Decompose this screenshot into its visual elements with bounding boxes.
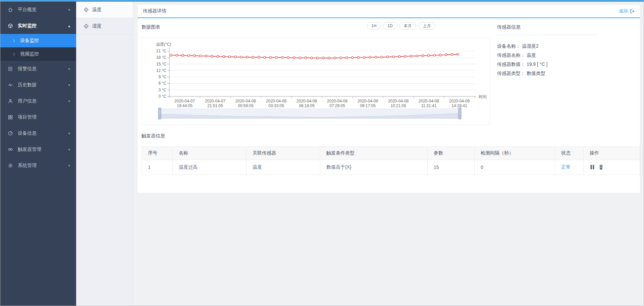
svg-text:0 °C: 0 °C — [159, 94, 167, 99]
info-label: 传感器名称： — [497, 52, 525, 58]
app-window: 平台概览▾实时监控▴设备监控视频监控报警信息▾历史数据▾用户信息▾项目管理设备信… — [0, 0, 644, 306]
main-sidebar: 平台概览▾实时监控▴设备监控视频监控报警信息▾历史数据▾用户信息▾项目管理设备信… — [0, 2, 76, 306]
table-header-cell: 操作 — [584, 147, 640, 160]
trigger-section-title: 触发器信息 — [142, 133, 165, 139]
range-button-3[interactable]: 上月 — [419, 22, 435, 30]
svg-text:2020-04-07: 2020-04-07 — [174, 99, 195, 103]
sidebar-item-5[interactable]: 历史数据▾ — [0, 77, 76, 93]
sidebar-item-label: 项目管理 — [18, 114, 37, 120]
table-header-cell: 触发条件类型 — [320, 147, 428, 160]
table-header-cell: 名称 — [173, 147, 247, 160]
table-cell: 温度 — [247, 160, 320, 175]
target-sensor-icon — [84, 24, 89, 29]
svg-text:10:21:05: 10:21:05 — [390, 103, 406, 108]
table-cell: 1 — [142, 160, 173, 175]
sidebar-item-7[interactable]: 项目管理 — [0, 109, 76, 125]
sidebar-item-label: 实时监控 — [18, 23, 37, 29]
range-button-2[interactable]: 本月 — [399, 22, 416, 30]
link-rings-icon — [8, 147, 13, 152]
back-button[interactable]: 返回 — [619, 8, 635, 14]
svg-text:6 °C: 6 °C — [159, 81, 167, 86]
sidebar-item-label: 平台概览 — [18, 7, 37, 13]
status-badge[interactable]: 正常 — [561, 164, 571, 170]
sidebar-item-10[interactable]: 系统管理▾ — [0, 158, 76, 174]
sidebar-item-4[interactable]: 报警信息▾ — [0, 61, 76, 77]
pause-icon[interactable] — [590, 164, 596, 170]
svg-text:2020-04-08: 2020-04-08 — [388, 99, 409, 103]
sidebar-item-2[interactable]: 设备监控 — [0, 34, 76, 47]
user-icon — [8, 98, 13, 104]
table-header-cell: 参数 — [428, 147, 475, 160]
home-icon — [8, 7, 13, 12]
top-accent-bar — [0, 0, 644, 2]
svg-text:2020-04-08: 2020-04-08 — [449, 99, 470, 103]
table-header-cell: 序号 — [142, 147, 173, 160]
actions-cell — [584, 160, 640, 175]
sidebar-item-0[interactable]: 平台概览▾ — [0, 2, 76, 18]
svg-text:12 °C: 12 °C — [156, 68, 166, 73]
range-button-0[interactable]: 1H — [367, 22, 381, 30]
svg-text:09:17:05: 09:17:05 — [360, 103, 376, 108]
sidebar-item-6[interactable]: 用户信息▾ — [0, 93, 76, 109]
caret-up-icon: ▴ — [68, 24, 70, 28]
svg-text:2020-04-07: 2020-04-07 — [205, 99, 226, 103]
sensor-list-item-1[interactable]: 湿度 — [76, 18, 133, 35]
svg-text:15 °C: 15 °C — [156, 62, 166, 67]
info-value: 19.9 [ °C ] — [527, 61, 547, 67]
range-button-1[interactable]: 1D — [383, 22, 397, 30]
status-cell: 正常 — [555, 160, 584, 175]
sidebar-item-8[interactable]: 设备信息▾ — [0, 125, 76, 141]
project-grid-icon — [8, 115, 13, 120]
table-cell: 0 — [475, 160, 555, 175]
svg-text:2020-04-08: 2020-04-08 — [235, 99, 256, 103]
svg-text:9 °C: 9 °C — [159, 75, 167, 79]
chart-section-title: 数据图表 — [142, 24, 160, 30]
chevron-right-icon — [12, 39, 16, 43]
info-value: 数值类型 — [527, 71, 545, 76]
sidebar-item-1[interactable]: 实时监控▴ — [0, 18, 76, 34]
svg-text:03:33:05: 03:33:05 — [268, 103, 284, 108]
chart-datazoom-slider[interactable] — [158, 108, 461, 119]
table-header-cell: 关联传感器 — [247, 147, 320, 160]
svg-text:温度(°C): 温度(°C) — [156, 42, 171, 47]
table-cell: 数值高于{X} — [320, 160, 428, 175]
chevron-right-icon — [12, 52, 16, 56]
sidebar-item-label: 触发器管理 — [18, 146, 41, 152]
svg-text:21:51:05: 21:51:05 — [207, 103, 223, 108]
main-content: 传感器详情 返回 数据图表 1H1D本月上月 温度(°C)0 °C3 °C6 °… — [133, 2, 644, 306]
sensor-detail-card: 传感器详情 返回 数据图表 1H1D本月上月 温度(°C)0 °C3 °C6 °… — [137, 4, 640, 193]
sidebar-item-3[interactable]: 视频监控 — [0, 47, 76, 61]
pulse-icon — [8, 82, 13, 88]
datazoom-handle-right[interactable] — [459, 108, 461, 119]
cube-icon — [8, 23, 13, 29]
svg-text:21 °C: 21 °C — [156, 49, 166, 53]
svg-text:3 °C: 3 °C — [159, 88, 167, 92]
info-value: 温度 — [527, 52, 536, 58]
svg-text:19:44:05: 19:44:05 — [177, 103, 193, 108]
info-label: 传感器类型： — [497, 71, 525, 76]
svg-text:00:59:05: 00:59:05 — [238, 103, 254, 108]
sidebar-item-label: 历史数据 — [18, 82, 37, 88]
caret-down-icon: ▾ — [68, 83, 70, 87]
sidebar-item-9[interactable]: 触发器管理▾ — [0, 141, 76, 158]
sensor-list-panel: 温度湿度 — [76, 2, 133, 306]
trigger-table: 序号名称关联传感器触发条件类型参数检测间隔（秒）状态操作1温度过高温度数值高于{… — [142, 146, 640, 175]
gear-icon — [8, 163, 13, 168]
svg-text:07:29:05: 07:29:05 — [329, 103, 345, 108]
datazoom-handle-left[interactable] — [158, 108, 161, 119]
back-label: 返回 — [619, 8, 628, 14]
page-title: 传感器详情 — [143, 8, 166, 14]
table-cell: 15 — [428, 160, 475, 175]
svg-text:时间: 时间 — [479, 94, 487, 99]
sidebar-item-label: 设备信息 — [18, 130, 37, 136]
info-row-2: 传感器数值： 19.9 [ °C ] — [497, 60, 608, 69]
sensor-list-item-0[interactable]: 温度 — [76, 2, 133, 18]
table-header-cell: 检测间隔（秒） — [475, 147, 555, 160]
info-value: 温湿度2 — [522, 43, 539, 49]
svg-text:2020-04-08: 2020-04-08 — [297, 99, 317, 103]
caret-down-icon: ▾ — [68, 8, 70, 12]
svg-text:2020-04-08: 2020-04-08 — [358, 99, 378, 103]
svg-text:2020-04-08: 2020-04-08 — [327, 99, 348, 103]
trash-icon[interactable] — [598, 164, 604, 170]
table-header-row: 序号名称关联传感器触发条件类型参数检测间隔（秒）状态操作 — [142, 147, 640, 160]
